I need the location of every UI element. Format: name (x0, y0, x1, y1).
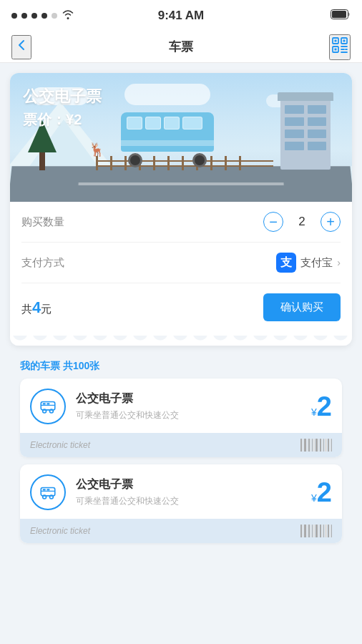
decrease-button[interactable]: − (263, 212, 283, 232)
total-unit: 元 (41, 303, 52, 315)
window-7 (285, 142, 304, 150)
quantity-row: 购买数量 − 2 + (21, 202, 341, 243)
main-content: 🦌 公交电子票 (0, 63, 362, 543)
fence-post-10 (225, 156, 227, 170)
signal-dot-2 (21, 13, 27, 19)
bus-win-3 (164, 117, 180, 130)
bar (320, 439, 321, 452)
bus-win-1 (127, 117, 142, 130)
ticket-item-main-2: 公交电子票 可乘坐普通公交和快速公交 ¥2 (20, 464, 342, 519)
quantity-control: − 2 + (263, 212, 341, 232)
svg-rect-7 (343, 39, 346, 42)
increase-button[interactable]: + (321, 212, 341, 232)
bar (322, 439, 323, 452)
bus-stripe (121, 140, 214, 146)
cloud-2 (124, 84, 210, 105)
fence-post-1 (96, 156, 98, 170)
payment-selector[interactable]: 支 支付宝 › (276, 253, 341, 273)
page-title: 车票 (169, 39, 193, 55)
road (10, 166, 352, 202)
bar (300, 525, 302, 537)
ticket-item-main-1: 公交电子票 可乘坐普通公交和快速公交 ¥2 (20, 379, 342, 433)
total-amount: 4 (32, 298, 41, 316)
svg-point-16 (43, 409, 47, 413)
bus-wheels (121, 153, 214, 167)
nav-bar: 车票 (0, 31, 362, 63)
bar (310, 439, 311, 452)
window-4 (308, 117, 327, 126)
payment-row[interactable]: 支付方式 支 支付宝 › (21, 243, 341, 283)
bar (308, 439, 310, 452)
signal-dot-3 (31, 13, 37, 19)
ticket-count: 100 (73, 360, 89, 371)
bar (318, 439, 319, 452)
ticket-footer-text-1: Electronic ticket (30, 440, 90, 450)
bar (310, 525, 311, 537)
bus-wheel-rear (192, 153, 207, 167)
bus-wheel-front (128, 153, 142, 167)
status-bar: 9:41 AM (0, 0, 362, 31)
status-left (11, 9, 74, 22)
bar (313, 525, 315, 537)
building-windows (285, 105, 326, 150)
svg-rect-20 (43, 489, 46, 490)
svg-point-17 (49, 409, 53, 413)
ticket-title-2: 公交电子票 (76, 477, 301, 492)
window-3 (285, 117, 304, 126)
bar (330, 439, 331, 452)
hero-title: 公交电子票 (23, 86, 102, 107)
bar (331, 525, 332, 537)
deer-icon: 🦌 (89, 142, 104, 157)
bar (304, 525, 306, 537)
bar (307, 525, 308, 537)
yuan-symbol-1: ¥ (311, 406, 317, 418)
ticket-footer-text-2: Electronic ticket (30, 526, 90, 536)
window-1 (285, 105, 304, 114)
bar (330, 525, 331, 537)
back-button[interactable] (11, 35, 31, 59)
bar (300, 439, 302, 452)
ticket-title-1: 公交电子票 (76, 391, 301, 406)
ticket-footer-1: Electronic ticket (20, 433, 342, 457)
bus-win-2 (145, 117, 161, 130)
confirm-button[interactable]: 确认购买 (263, 293, 341, 321)
payment-label: 支付方式 (21, 256, 64, 270)
svg-rect-15 (47, 403, 49, 404)
alipay-icon: 支 (276, 253, 296, 273)
section-header: 我的车票 共100张 (10, 357, 352, 379)
building (280, 98, 331, 170)
bus-icon-2 (30, 474, 66, 510)
bar (315, 439, 318, 452)
bar (307, 439, 308, 452)
ticket-card: 🦌 公交电子票 (10, 73, 352, 346)
barcode-2 (300, 525, 332, 537)
bus-icon-1 (30, 389, 66, 424)
list-item[interactable]: 公交电子票 可乘坐普通公交和快速公交 ¥2 Electronic ticket (20, 464, 342, 543)
hero-text-overlay: 公交电子票 票价：¥2 (23, 86, 102, 130)
bar (328, 439, 329, 452)
ticket-subtitle-1: 可乘坐普通公交和快速公交 (76, 409, 301, 421)
bar (304, 439, 306, 452)
window-6 (308, 130, 327, 138)
fence-post-2 (110, 156, 112, 170)
svg-rect-6 (335, 48, 337, 50)
quantity-value: 2 (295, 215, 309, 229)
ticket-list: 公交电子票 可乘坐普通公交和快速公交 ¥2 Electronic ticket (10, 379, 352, 543)
ticket-subtitle-2: 可乘坐普通公交和快速公交 (76, 495, 301, 507)
scan-button[interactable] (329, 34, 351, 60)
window-2 (308, 105, 327, 114)
bar (308, 525, 310, 537)
ticket-item-info-2: 公交电子票 可乘坐普通公交和快速公交 (76, 477, 301, 507)
signal-dot-4 (41, 13, 47, 19)
tree-trunk (39, 152, 45, 170)
svg-point-22 (43, 495, 47, 499)
bus-body (121, 112, 214, 152)
purchase-form: 购买数量 − 2 + 支付方式 支 支付宝 › (10, 202, 352, 336)
svg-rect-1 (332, 11, 346, 18)
payment-name: 支付宝 (300, 256, 333, 270)
hero-illustration: 🦌 公交电子票 (10, 73, 352, 202)
bar (315, 525, 318, 537)
list-item[interactable]: 公交电子票 可乘坐普通公交和快速公交 ¥2 Electronic ticket (20, 379, 342, 457)
quantity-label: 购买数量 (21, 215, 64, 229)
bar (323, 439, 324, 452)
